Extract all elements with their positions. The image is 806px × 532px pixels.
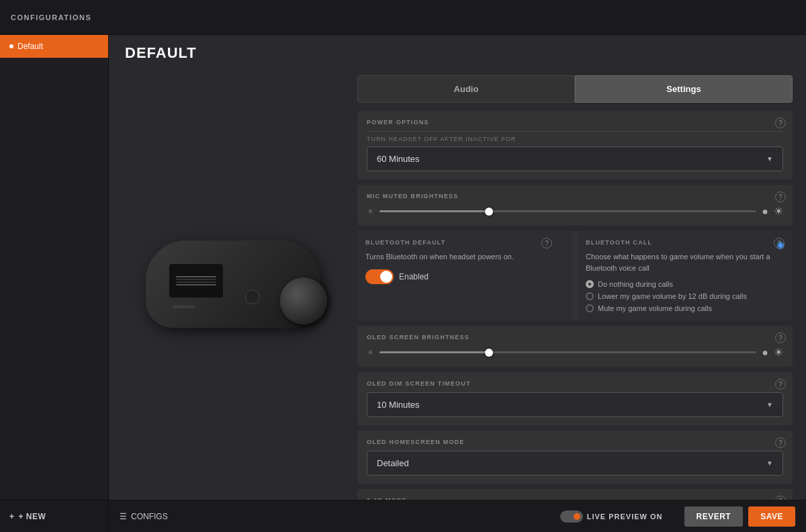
section-mic-label: MIC MUTED BRIGHTNESS: [367, 193, 783, 200]
bt-call-label: BLUETOOTH CALL: [586, 239, 785, 246]
sidebar-item-default[interactable]: Default: [0, 35, 108, 58]
live-preview-label: LIVE PREVIEW ON: [587, 513, 663, 521]
radio-circle-0: [586, 280, 594, 288]
screen-line: [176, 276, 216, 277]
mic-slider-thumb[interactable]: [485, 208, 493, 216]
power-help-icon[interactable]: ?: [775, 118, 786, 128]
section-power-options: POWER OPTIONS ? TURN HEADSET OFF AFTER I…: [357, 111, 793, 179]
live-preview-toggle[interactable]: [560, 511, 583, 523]
brightness-high-icon: ☀: [774, 205, 783, 218]
new-button-icon: +: [9, 512, 15, 521]
oled-brightness-low-icon: ☀: [367, 348, 374, 357]
page-title: DEFAULT: [125, 44, 790, 62]
new-config-button[interactable]: + + NEW: [9, 512, 46, 521]
oled-brightness-label: OLED SCREEN BRIGHTNESS: [367, 334, 783, 341]
radio-label-0: Do nothing during calls: [598, 280, 673, 288]
mic-help-icon[interactable]: ?: [775, 191, 786, 202]
section-power-label: POWER OPTIONS: [367, 119, 783, 126]
oled-slider-track[interactable]: [379, 351, 756, 353]
sidebar: Default: [0, 35, 109, 500]
live-dot-icon: [574, 513, 580, 520]
radio-item-2[interactable]: Mute my game volume during calls: [586, 304, 785, 312]
sidebar-item-label: Default: [17, 42, 43, 51]
bottom-bar: + + NEW ☰ CONFIGS LIVE PREVIEW ON REVERT…: [0, 500, 806, 532]
mic-slider-track[interactable]: [379, 210, 756, 212]
headset-button: [245, 290, 260, 304]
bottom-right-buttons: REVERT SAVE: [674, 506, 806, 527]
tab-audio[interactable]: Audio: [357, 75, 575, 103]
oled-homescreen-label: OLED HOMESCREEN MODE: [367, 439, 783, 445]
oled-homescreen-dropdown[interactable]: Detailed ▼: [367, 451, 783, 476]
headset-image: steelseries: [132, 230, 334, 338]
radio-item-0[interactable]: Do nothing during calls: [586, 280, 785, 288]
oled-homescreen-value: Detailed: [377, 458, 409, 468]
configs-label: CONFIGS: [131, 512, 168, 521]
new-button-label: + NEW: [19, 512, 46, 521]
content-area: DEFAULT steelseries: [109, 35, 806, 500]
bt-default-toggle-label: Enabled: [399, 272, 429, 281]
bt-call-desc: Choose what happens to game volume when …: [586, 251, 785, 273]
bluetooth-icon: ◉: [776, 239, 785, 250]
2_4g-help-icon[interactable]: ?: [775, 496, 786, 500]
2_4g-mode-label: 2.4G MODE: [367, 497, 783, 500]
oled-brightness-high-icon: ☀: [774, 346, 783, 359]
section-2_4g-mode: 2.4G MODE ? Speed ▼: [357, 489, 793, 500]
revert-button[interactable]: REVERT: [684, 506, 744, 527]
section-mic-brightness: MIC MUTED BRIGHTNESS ? ☀ ● ☀: [357, 185, 793, 226]
section-oled-timeout: OLED DIM SCREEN TIMEOUT ? 10 Minutes ▼: [357, 372, 793, 425]
bt-default-toggle[interactable]: [365, 269, 394, 284]
oled-homescreen-arrow-icon: ▼: [766, 459, 773, 467]
power-dropdown-value: 60 Minutes: [377, 154, 420, 164]
bt-call-col: BLUETOOTH CALL ? ◉ Choose what happens t…: [578, 231, 793, 320]
section-oled-homescreen: OLED HOMESCREEN MODE ? Detailed ▼: [357, 431, 793, 484]
live-preview: LIVE PREVIEW ON: [560, 511, 663, 523]
tabs-row: Audio Settings: [357, 75, 793, 103]
configs-button[interactable]: ☰ CONFIGS: [120, 512, 168, 521]
screen-line: [176, 284, 216, 285]
bt-row: BLUETOOTH DEFAULT ? Turns Bluetooth on w…: [357, 231, 793, 320]
headset-knob: [280, 277, 327, 324]
oled-timeout-label: OLED DIM SCREEN TIMEOUT: [367, 380, 783, 387]
radio-circle-2: [586, 304, 594, 312]
bt-default-help-icon[interactable]: ?: [541, 238, 552, 249]
power-sub-label: TURN HEADSET OFF AFTER INACTIVE FOR: [367, 131, 783, 142]
active-dot: [9, 44, 13, 48]
bt-default-desc: Turns Bluetooth on when headset powers o…: [365, 251, 564, 263]
content-split: steelseries Audio Settings: [109, 69, 806, 500]
bottom-sidebar-section: + + NEW: [0, 500, 109, 532]
brightness-mid-icon: ●: [762, 206, 768, 218]
bt-call-radio-group: Do nothing during calls Lower my game vo…: [586, 280, 785, 312]
bt-default-toggle-row: Enabled: [365, 269, 564, 284]
radio-label-2: Mute my game volume during calls: [598, 304, 712, 312]
toggle-thumb: [380, 271, 392, 283]
bottom-content-section: ☰ CONFIGS LIVE PREVIEW ON: [109, 511, 674, 523]
radio-item-1[interactable]: Lower my game volume by 12 dB during cal…: [586, 292, 785, 300]
headset-screen: [169, 264, 223, 298]
oled-slider-row: ☀ ● ☀: [367, 346, 783, 359]
oled-brightness-help-icon[interactable]: ?: [775, 332, 786, 343]
radio-label-1: Lower my game volume by 12 dB during cal…: [598, 292, 747, 300]
top-bar: CONFIGURATIONS: [0, 0, 806, 35]
bt-default-col: BLUETOOTH DEFAULT ? Turns Bluetooth on w…: [357, 231, 572, 320]
dropdown-arrow-icon: ▼: [766, 155, 773, 163]
radio-circle-1: [586, 292, 594, 300]
save-button[interactable]: SAVE: [748, 506, 795, 527]
oled-timeout-help-icon[interactable]: ?: [775, 379, 786, 390]
brand-text: steelseries: [173, 304, 195, 309]
oled-homescreen-help-icon[interactable]: ?: [775, 437, 786, 448]
section-oled-brightness: OLED SCREEN BRIGHTNESS ? ☀ ● ☀: [357, 326, 793, 367]
oled-brightness-mid-icon: ●: [762, 347, 768, 359]
oled-timeout-arrow-icon: ▼: [766, 401, 773, 408]
oled-slider-thumb[interactable]: [485, 349, 493, 357]
screen-line: [176, 279, 216, 280]
device-preview: steelseries: [109, 69, 357, 500]
sidebar-spacer: [0, 58, 108, 500]
mic-slider-row: ☀ ● ☀: [367, 205, 783, 218]
oled-timeout-dropdown[interactable]: 10 Minutes ▼: [367, 392, 783, 417]
bt-default-label: BLUETOOTH DEFAULT: [365, 239, 564, 246]
settings-panel[interactable]: Audio Settings POWER OPTIONS ? TURN HEAD…: [357, 69, 806, 500]
tab-settings[interactable]: Settings: [575, 75, 793, 103]
page-header: DEFAULT: [109, 35, 806, 69]
main-layout: Default DEFAULT: [0, 35, 806, 500]
power-dropdown[interactable]: 60 Minutes ▼: [367, 146, 783, 171]
